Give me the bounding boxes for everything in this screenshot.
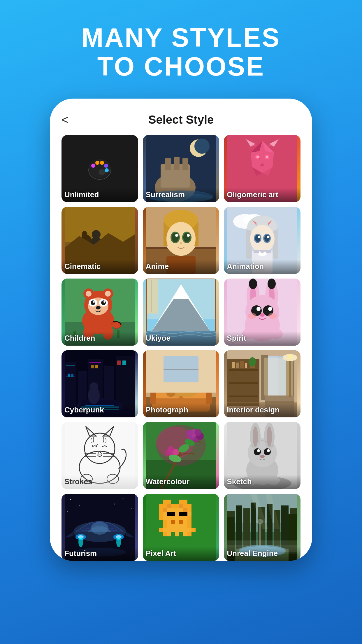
- svg-point-251: [260, 455, 265, 458]
- svg-point-126: [256, 307, 261, 311]
- style-card-strokes[interactable]: Strokes: [61, 422, 138, 489]
- svg-point-357: [256, 519, 263, 524]
- svg-rect-303: [167, 516, 171, 520]
- svg-rect-275: [179, 500, 183, 504]
- svg-rect-278: [163, 504, 167, 508]
- svg-point-250: [267, 449, 270, 452]
- svg-point-79: [258, 236, 260, 238]
- svg-rect-294: [163, 512, 167, 516]
- svg-rect-142: [89, 362, 101, 363]
- svg-rect-332: [163, 532, 167, 536]
- style-label-surrealism: Surrealism: [143, 188, 219, 202]
- svg-point-60: [172, 233, 179, 242]
- svg-point-205: [288, 354, 292, 359]
- svg-point-92: [105, 291, 111, 297]
- style-label-ukiyoe: Ukiyoe: [143, 331, 219, 346]
- svg-rect-318: [171, 524, 175, 528]
- style-label-sketch: Sketch: [224, 475, 301, 489]
- svg-rect-314: [183, 520, 187, 524]
- svg-rect-316: [163, 524, 167, 528]
- svg-point-267: [79, 505, 80, 506]
- svg-point-246: [267, 426, 272, 447]
- back-button[interactable]: <: [61, 113, 69, 127]
- svg-rect-147: [95, 365, 98, 368]
- style-card-futurism[interactable]: Futurism: [61, 494, 138, 561]
- style-card-pixelart[interactable]: Pixel Art: [143, 494, 219, 561]
- style-label-unlimited: Unlimited: [61, 188, 138, 202]
- svg-rect-321: [183, 524, 187, 528]
- svg-rect-313: [179, 520, 183, 524]
- style-card-cinematic[interactable]: Cinematic: [61, 207, 138, 274]
- style-card-anime[interactable]: Anime: [143, 207, 219, 274]
- style-label-futurism: Futurism: [61, 547, 138, 561]
- svg-rect-307: [183, 516, 187, 520]
- style-card-unreal[interactable]: Unreal Engine: [224, 494, 301, 561]
- svg-point-90: [86, 291, 92, 297]
- svg-rect-335: [183, 532, 187, 536]
- svg-point-5: [100, 161, 104, 165]
- style-label-children: Children: [61, 331, 138, 346]
- svg-point-61: [183, 233, 190, 242]
- svg-rect-274: [167, 500, 171, 504]
- svg-rect-315: [187, 520, 191, 524]
- svg-rect-279: [167, 504, 171, 508]
- style-label-cinematic: Cinematic: [61, 260, 138, 274]
- svg-rect-190: [264, 358, 293, 396]
- style-label-spirit: Spirit: [224, 331, 301, 346]
- svg-rect-145: [71, 374, 73, 377]
- svg-point-249: [257, 449, 260, 452]
- svg-rect-323: [159, 528, 163, 532]
- svg-rect-317: [167, 524, 171, 528]
- svg-rect-301: [159, 516, 163, 520]
- style-card-watercolour[interactable]: Watercolour: [143, 422, 219, 489]
- svg-rect-286: [163, 508, 167, 512]
- screen-title: Select Style: [148, 113, 214, 126]
- svg-rect-310: [167, 520, 171, 524]
- svg-point-4: [95, 161, 99, 165]
- svg-rect-83: [254, 250, 271, 253]
- svg-rect-139: [66, 365, 75, 365]
- svg-rect-329: [183, 528, 187, 532]
- svg-point-80: [267, 236, 269, 238]
- style-label-unreal: Unreal Engine: [224, 547, 301, 561]
- style-card-surrealism[interactable]: Surrealism: [143, 135, 219, 202]
- svg-rect-333: [167, 532, 171, 536]
- svg-rect-141: [66, 377, 75, 377]
- style-grid: Unlimited: [61, 135, 301, 561]
- svg-point-2: [99, 169, 106, 175]
- svg-rect-149: [122, 360, 126, 365]
- svg-point-64: [180, 242, 182, 244]
- style-card-sketch[interactable]: Sketch: [224, 422, 301, 489]
- svg-point-245: [253, 426, 258, 447]
- style-card-unlimited[interactable]: Unlimited: [61, 135, 138, 202]
- svg-point-96: [91, 300, 95, 305]
- svg-rect-295: [167, 512, 171, 516]
- style-card-cyberpunk[interactable]: Cyberpunk: [61, 350, 138, 417]
- svg-point-100: [96, 306, 101, 309]
- svg-rect-273: [163, 500, 167, 504]
- svg-rect-14: [174, 157, 180, 170]
- style-card-spirit[interactable]: Spirit: [224, 279, 301, 346]
- style-card-ukiyoe[interactable]: Ukiyoe: [143, 279, 219, 346]
- svg-point-74: [250, 225, 275, 253]
- svg-rect-192: [229, 369, 258, 371]
- style-card-animation[interactable]: Animation: [224, 207, 301, 274]
- svg-rect-292: [187, 508, 191, 512]
- nav-header: < Select Style: [61, 113, 301, 126]
- svg-rect-322: [187, 524, 191, 528]
- svg-rect-328: [179, 528, 183, 532]
- svg-rect-285: [159, 508, 163, 512]
- style-card-oligomeric[interactable]: Oligomeric art: [224, 135, 301, 202]
- svg-point-10: [194, 139, 210, 154]
- svg-rect-194: [229, 396, 258, 397]
- style-label-pixelart: Pixel Art: [143, 547, 219, 561]
- svg-rect-196: [236, 363, 239, 368]
- style-card-photograph[interactable]: Photograph: [143, 350, 219, 417]
- style-card-children[interactable]: Children: [61, 279, 138, 346]
- svg-point-97: [101, 300, 106, 305]
- style-card-interior[interactable]: Interior design: [224, 350, 301, 417]
- svg-rect-298: [179, 512, 183, 516]
- svg-rect-305: [175, 516, 179, 520]
- svg-point-153: [89, 382, 98, 391]
- svg-rect-277: [159, 504, 163, 508]
